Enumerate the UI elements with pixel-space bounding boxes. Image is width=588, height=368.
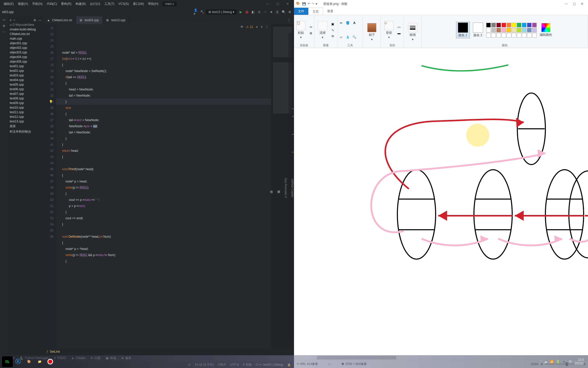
tab-test13[interactable]: ⊞test13.cpp <box>103 16 129 24</box>
wifi-icon[interactable]: 📶 <box>550 360 554 363</box>
expand-icon[interactable]: ≡ <box>10 18 11 22</box>
tree-item[interactable]: test02.cpp <box>9 68 42 73</box>
menu-item[interactable]: 重构(R) <box>59 1 74 7</box>
tab-overflow-icon[interactable]: ⋮ <box>284 16 294 24</box>
zoom-icon[interactable]: 🔍 <box>352 34 357 40</box>
open-file-tab[interactable]: st03.cpp <box>2 10 14 14</box>
inspection-widget[interactable]: 👁 ⚠ 11 ∧ ∨ ⋮ <box>240 25 268 29</box>
close-icon[interactable]: ✕ <box>283 1 292 7</box>
color-swatch[interactable] <box>501 28 506 32</box>
kugou-taskbar-icon[interactable]: Ⓚ <box>13 356 23 367</box>
title-combo[interactable]: main.c <box>163 2 177 6</box>
color-swatch[interactable] <box>501 23 506 27</box>
menu-item[interactable]: VCS(S) <box>116 1 131 7</box>
tree-item[interactable]: 部库 <box>9 124 42 129</box>
pencil-icon[interactable]: ✏ <box>339 20 344 26</box>
more-icon[interactable]: ⋯ <box>2 30 5 34</box>
tree-item[interactable]: object02.cpp <box>9 45 42 50</box>
color-swatch[interactable] <box>522 28 526 32</box>
battery-icon[interactable]: 🔋 <box>556 360 560 363</box>
stop-icon[interactable]: ■ <box>269 10 274 14</box>
down-icon[interactable]: ∨ <box>261 25 263 29</box>
tree-item[interactable]: object05.cpp <box>9 59 42 64</box>
bulb-icon[interactable]: 💡 <box>49 99 53 105</box>
thickness-button[interactable]: 粗细▾ <box>407 22 419 42</box>
qat-dropdown-icon[interactable]: ▾ <box>316 2 317 6</box>
paint-canvas[interactable] <box>294 48 588 355</box>
tab-view[interactable]: 查看 <box>323 8 337 15</box>
up-icon[interactable]: ∧ <box>256 25 258 29</box>
menu-item[interactable]: 代码(C) <box>45 1 59 7</box>
edit-colors-button[interactable]: 编辑颜色 <box>538 22 554 38</box>
color-swatch[interactable] <box>486 28 491 32</box>
tree-item[interactable]: test11.cpp <box>9 110 42 114</box>
select-button[interactable]: 选择▾ <box>316 20 329 40</box>
tree-item[interactable]: object04.cpp <box>9 55 42 59</box>
menu-item[interactable]: 导航(N) <box>30 1 45 7</box>
tab-cmakelists[interactable]: ▲CMakeLists.txt <box>43 16 76 24</box>
menu-item[interactable]: 视图(V) <box>16 1 30 7</box>
breadcrumb[interactable]: ƒ SetLink <box>43 349 294 355</box>
tray-up-icon[interactable]: ˄ <box>540 360 542 363</box>
outline-icon[interactable]: ▭ <box>397 25 402 30</box>
tree-item[interactable]: test13.cpp <box>9 119 42 124</box>
color2-button[interactable]: 颜色 2 <box>471 22 485 38</box>
code-editor[interactable]: 2223242526272829303132333435363738394041… <box>43 24 294 349</box>
color-swatch[interactable] <box>496 28 501 32</box>
coverage-icon[interactable]: ◧ <box>251 10 255 14</box>
volume-icon[interactable]: 🔊 <box>562 360 566 363</box>
run-config-dropdown[interactable]: ⊞ test13 | Debug ▾ <box>206 9 237 15</box>
tree-item[interactable]: test04.cpp <box>9 78 42 82</box>
user-icon[interactable]: 👤▾ <box>194 10 198 14</box>
tab-file[interactable]: 文件 <box>294 8 308 15</box>
tree-item[interactable]: test06.cpp <box>9 87 42 91</box>
color-swatch[interactable] <box>527 28 532 32</box>
color-swatch[interactable] <box>527 33 532 38</box>
shapes-button[interactable]: ◇形状▾ <box>383 20 395 40</box>
record-taskbar-icon[interactable] <box>45 356 56 367</box>
tree-item[interactable]: cmake-build-debug <box>9 27 42 32</box>
brush-button[interactable]: 刷子▾ <box>366 22 378 42</box>
color-swatch[interactable] <box>512 33 516 38</box>
more-icon[interactable]: ⋮ <box>265 25 268 29</box>
tree-item[interactable]: test01.cpp <box>9 64 42 68</box>
tree-item[interactable]: test09.cpp <box>9 101 42 105</box>
color-swatch[interactable] <box>491 33 496 38</box>
menu-item[interactable]: 工具(T) <box>102 1 116 7</box>
structure-icon[interactable]: ⧉ <box>3 24 5 28</box>
color-swatch[interactable] <box>507 23 511 27</box>
rotate-icon[interactable]: ⟳ <box>330 34 335 39</box>
fill-shape-icon[interactable]: ▬ <box>397 31 402 36</box>
color-swatch[interactable] <box>517 23 521 27</box>
profile-icon[interactable]: ◷ <box>257 10 261 14</box>
eraser-icon[interactable]: ▱ <box>339 34 344 40</box>
maximize-icon[interactable]: ▢ <box>273 1 283 7</box>
tree-item[interactable]: test10.cpp <box>9 105 42 110</box>
explorer-taskbar-icon[interactable]: 📁 <box>34 356 45 367</box>
color-swatch[interactable] <box>507 28 511 32</box>
redo-icon[interactable]: ↷ <box>312 2 314 6</box>
tree-item[interactable]: test07.cpp <box>9 91 42 96</box>
color-swatch[interactable] <box>496 33 501 38</box>
tree-item[interactable]: object03.cpp <box>9 50 42 55</box>
color-swatch[interactable] <box>532 23 537 27</box>
search-icon[interactable]: 🔍 <box>281 10 286 14</box>
color-swatch[interactable] <box>486 23 491 27</box>
color1-button[interactable]: 颜色 1 <box>456 22 470 38</box>
run-icon[interactable]: ▶ <box>238 10 243 14</box>
onedrive-icon[interactable]: ☁ <box>544 360 547 363</box>
menu-item[interactable]: 窗口(W) <box>131 1 146 7</box>
project-icon[interactable]: ▭ <box>3 18 5 21</box>
menu-item[interactable]: 帮助(H) <box>146 1 161 7</box>
hammer-icon[interactable]: 🔨 <box>200 10 204 14</box>
clock[interactable]: 13:3 2022/1 <box>574 358 584 365</box>
color-swatch[interactable] <box>527 23 532 27</box>
fill-icon[interactable]: 🪣 <box>345 20 350 26</box>
tree-item[interactable]: test08.cpp <box>9 96 42 101</box>
color-swatch[interactable] <box>532 33 537 38</box>
menu-item[interactable]: 编辑(E) <box>2 1 16 7</box>
paint-taskbar-icon[interactable]: 🎨 <box>23 356 34 367</box>
gear-icon[interactable]: ⚙ <box>287 10 292 14</box>
tree-item[interactable]: 时文件和控制台 <box>9 129 42 134</box>
copilot-icon[interactable]: GitHub Copilot <box>291 179 294 197</box>
